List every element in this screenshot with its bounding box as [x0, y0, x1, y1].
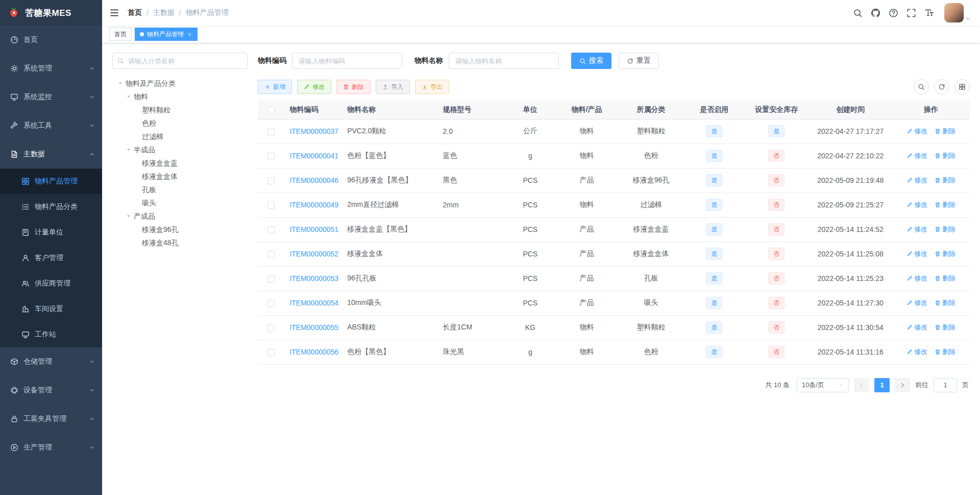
- sidebar-item-box[interactable]: 仓储管理: [0, 347, 102, 376]
- row-edit-button[interactable]: 修改: [906, 249, 927, 258]
- row-checkbox[interactable]: [267, 153, 275, 160]
- tree-node[interactable]: 半成品: [112, 144, 248, 157]
- row-edit-button[interactable]: 修改: [906, 347, 927, 357]
- row-checkbox[interactable]: [267, 349, 275, 356]
- reset-button[interactable]: 重置: [619, 53, 659, 69]
- sidebar-item-tool[interactable]: 系统工具: [0, 111, 102, 140]
- select-all-checkbox[interactable]: [267, 107, 275, 114]
- pager-page-1[interactable]: 1: [874, 378, 890, 392]
- row-delete-button[interactable]: 删除: [935, 347, 955, 357]
- row-delete-button[interactable]: 删除: [935, 249, 955, 258]
- delete-button[interactable]: 删除: [336, 80, 371, 94]
- sidebar-subitem-list[interactable]: 物料产品分类: [0, 194, 102, 220]
- tree-caret-icon[interactable]: [125, 93, 133, 101]
- row-delete-button[interactable]: 删除: [935, 127, 955, 136]
- page-size-select[interactable]: 10条/页: [797, 378, 849, 392]
- item-code-link[interactable]: ITEM00000046: [289, 176, 338, 184]
- search-icon[interactable]: [853, 8, 863, 18]
- tree-node[interactable]: 色粉: [112, 117, 248, 130]
- row-checkbox[interactable]: [267, 177, 275, 184]
- sidebar-item-gear[interactable]: 系统管理: [0, 54, 102, 83]
- row-delete-button[interactable]: 删除: [935, 176, 955, 185]
- tree-node[interactable]: 物料及产品分类: [112, 77, 248, 90]
- item-code-link[interactable]: ITEM00000054: [289, 299, 338, 307]
- sidebar-subitem-desktop[interactable]: 工作站: [0, 322, 102, 347]
- tree-caret-icon[interactable]: [125, 147, 133, 154]
- row-checkbox[interactable]: [267, 226, 275, 233]
- row-checkbox[interactable]: [267, 128, 275, 135]
- sidebar-item-lock[interactable]: 工装夹具管理: [0, 405, 102, 433]
- hamburger-icon[interactable]: [109, 8, 119, 18]
- breadcrumb-item[interactable]: 主数据: [153, 8, 175, 17]
- import-button[interactable]: 导入: [376, 80, 410, 94]
- sidebar-subitem-grid[interactable]: 物料产品管理: [0, 169, 102, 194]
- row-checkbox[interactable]: [267, 275, 275, 282]
- item-code-link[interactable]: ITEM00000049: [289, 201, 338, 209]
- sidebar-subitem-users[interactable]: 供应商管理: [0, 271, 102, 296]
- row-edit-button[interactable]: 修改: [906, 151, 927, 160]
- sidebar-item-gauge[interactable]: 生产管理: [0, 433, 102, 462]
- fullscreen-icon[interactable]: [906, 8, 916, 18]
- tree-node[interactable]: 产成品: [112, 210, 248, 223]
- sidebar-item-chip[interactable]: 设备管理: [0, 376, 102, 405]
- row-edit-button[interactable]: 修改: [906, 127, 927, 136]
- item-code-link[interactable]: ITEM00000055: [289, 323, 338, 332]
- row-delete-button[interactable]: 删除: [935, 200, 955, 209]
- item-code-link[interactable]: ITEM00000052: [289, 250, 338, 258]
- item-code-link[interactable]: ITEM00000037: [289, 127, 338, 135]
- tree-node[interactable]: 移液盒盒盖: [112, 157, 248, 170]
- row-delete-button[interactable]: 删除: [935, 225, 955, 234]
- row-checkbox[interactable]: [267, 251, 275, 258]
- github-icon[interactable]: [871, 8, 880, 18]
- columns-button[interactable]: [954, 79, 970, 95]
- tree-node[interactable]: 移液盒48孔: [112, 237, 248, 250]
- question-icon[interactable]: [889, 8, 898, 18]
- row-delete-button[interactable]: 删除: [935, 151, 955, 160]
- tab-item[interactable]: 首页: [109, 28, 132, 41]
- row-delete-button[interactable]: 删除: [935, 323, 955, 332]
- close-icon[interactable]: [187, 32, 192, 37]
- user-menu[interactable]: [944, 3, 971, 22]
- toggle-search-button[interactable]: [914, 79, 929, 95]
- tree-caret-icon[interactable]: [116, 80, 125, 87]
- item-code-link[interactable]: ITEM00000051: [289, 225, 338, 233]
- item-code-link[interactable]: ITEM00000041: [289, 152, 338, 160]
- row-checkbox[interactable]: [267, 202, 275, 209]
- row-edit-button[interactable]: 修改: [906, 323, 927, 332]
- row-edit-button[interactable]: 修改: [906, 274, 927, 283]
- breadcrumb-item[interactable]: 首页: [128, 8, 142, 17]
- tree-node[interactable]: 移液盒盒体: [112, 170, 248, 183]
- tree-node[interactable]: 孔板: [112, 183, 248, 197]
- sidebar-item-dashboard[interactable]: 首页: [0, 26, 102, 54]
- add-button[interactable]: 新增: [258, 80, 292, 94]
- category-search-input[interactable]: [112, 53, 248, 69]
- row-delete-button[interactable]: 删除: [935, 298, 955, 308]
- sidebar-subitem-building[interactable]: 车间设置: [0, 296, 102, 322]
- sidebar-item-doc[interactable]: 主数据: [0, 140, 102, 169]
- refresh-button[interactable]: [934, 79, 949, 95]
- tree-node[interactable]: 移液盒96孔: [112, 223, 248, 237]
- filter-input-1[interactable]: [449, 53, 559, 69]
- sidebar-subitem-book[interactable]: 计量单位: [0, 220, 102, 245]
- tree-node[interactable]: 过滤棉: [112, 130, 248, 144]
- row-delete-button[interactable]: 删除: [935, 274, 955, 283]
- tree-node[interactable]: 塑料颗粒: [112, 104, 248, 117]
- row-edit-button[interactable]: 修改: [906, 298, 927, 308]
- search-button[interactable]: 搜索: [571, 53, 611, 69]
- tree-caret-icon[interactable]: [125, 213, 133, 220]
- export-button[interactable]: 导出: [415, 80, 449, 94]
- tree-node[interactable]: 物料: [112, 90, 248, 104]
- row-edit-button[interactable]: 修改: [906, 176, 927, 185]
- item-code-link[interactable]: ITEM00000053: [289, 274, 338, 282]
- row-edit-button[interactable]: 修改: [906, 200, 927, 209]
- pager-next-button[interactable]: [895, 378, 910, 392]
- font-size-icon[interactable]: [924, 8, 934, 18]
- pager-prev-button[interactable]: [854, 378, 869, 392]
- sidebar-subitem-user[interactable]: 客户管理: [0, 245, 102, 271]
- row-checkbox[interactable]: [267, 324, 275, 332]
- row-checkbox[interactable]: [267, 300, 275, 307]
- avatar[interactable]: [944, 3, 964, 22]
- edit-button[interactable]: 修改: [297, 80, 331, 94]
- tab-active[interactable]: 物料产品管理: [135, 28, 198, 41]
- tree-node[interactable]: 吸头: [112, 197, 248, 210]
